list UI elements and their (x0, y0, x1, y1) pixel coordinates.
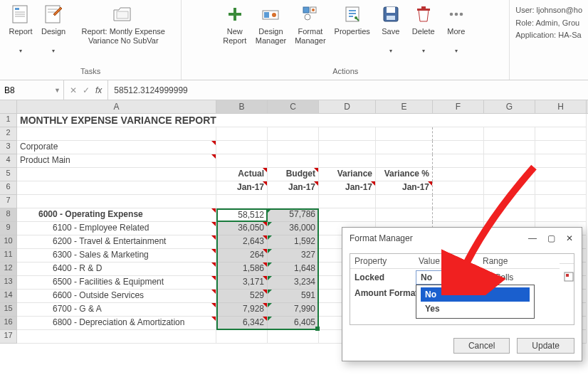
actual-cell[interactable]: 264 (216, 249, 268, 263)
actual-cell[interactable]: 2,643 (216, 235, 268, 249)
account-cell[interactable]: 6300 - Sales & Marketing (17, 249, 216, 263)
check-icon[interactable]: ✓ (83, 85, 90, 95)
budget-cell[interactable]: 1,592 (268, 235, 319, 249)
close-button[interactable]: ✕ (565, 233, 574, 243)
comment-indicator (263, 208, 267, 213)
actual-cell[interactable]: 36,050 (216, 222, 268, 235)
design-manager-button[interactable]: Design Manager (251, 0, 290, 47)
account-cell[interactable]: 6600 - Outside Services (17, 290, 216, 303)
name-box[interactable]: ▼ (0, 80, 64, 100)
row-header[interactable]: 12 (0, 263, 17, 276)
fx-box: ✕ ✓ fx (64, 80, 108, 100)
row-header[interactable]: 3 (0, 141, 17, 154)
row-header[interactable]: 5 (0, 168, 17, 181)
report-button[interactable]: Report ▾ (4, 0, 37, 55)
cancel-button[interactable]: Cancel (453, 338, 510, 354)
comment-indicator (314, 168, 318, 172)
format-manager-dialog: Format Manager — ▢ ✕ Property Value Rang… (342, 227, 582, 361)
col-header[interactable]: F (433, 100, 484, 113)
row-header[interactable]: 15 (0, 303, 17, 317)
hdr-variance[interactable]: Variance (319, 168, 376, 181)
account-cell[interactable]: 6800 - Depreciation & Amortization (17, 317, 216, 330)
row-header[interactable]: 13 (0, 276, 17, 290)
report-monthly-button[interactable]: Report: Montly Expense Variance No SubVa… (70, 0, 177, 47)
select-all-corner[interactable] (0, 100, 17, 113)
row-header[interactable]: 10 (0, 235, 17, 249)
budget-cell[interactable]: 6,405 (268, 317, 319, 330)
budget-cell[interactable]: 3,234 (268, 276, 319, 290)
format-manager-button[interactable]: Format Manager (290, 0, 330, 47)
budget-cell[interactable]: 7,990 (268, 303, 319, 317)
actual-cell[interactable]: 529 (216, 290, 268, 303)
row-header[interactable]: 6 (0, 181, 17, 195)
cell[interactable] (17, 127, 216, 141)
hdr-budget[interactable]: Budget (268, 168, 319, 181)
actual-cell[interactable]: 58,512 (216, 208, 268, 222)
col-header[interactable]: G (484, 100, 535, 113)
cancel-icon[interactable]: ✕ (70, 85, 77, 95)
row-header[interactable]: 2 (0, 127, 17, 141)
range-picker-icon[interactable] (560, 270, 574, 286)
row-header[interactable]: 4 (0, 154, 17, 168)
row-header[interactable]: 8 (0, 208, 17, 222)
option-yes[interactable]: Yes (421, 302, 530, 316)
account-cell[interactable]: 6700 - G & A (17, 303, 216, 317)
row-header[interactable]: 17 (0, 330, 17, 344)
col-header[interactable]: A (17, 100, 216, 113)
row-header[interactable]: 14 (0, 290, 17, 303)
report-title[interactable]: MONTHLY EXPENSE VARIANCE REPORT (17, 114, 587, 127)
row-header[interactable]: 9 (0, 222, 17, 235)
formula-value[interactable]: 58512.3124999999 (108, 80, 588, 100)
name-box-input[interactable] (3, 85, 46, 96)
locked-value-select[interactable]: No ▾ No Yes (416, 270, 477, 285)
maximize-button[interactable]: ▢ (546, 233, 556, 243)
update-button[interactable]: Update (517, 338, 574, 354)
account-cell[interactable]: 6400 - R & D (17, 263, 216, 276)
budget-cell[interactable]: 36,000 (268, 222, 319, 235)
actual-cell[interactable]: 7,928 (216, 303, 268, 317)
chevron-down-icon[interactable]: ▼ (54, 87, 61, 94)
actual-cell[interactable]: 1,586 (216, 263, 268, 276)
col-header[interactable]: H (535, 100, 587, 113)
month-e[interactable]: Jan-17 (376, 181, 433, 195)
minimize-button[interactable]: — (527, 233, 537, 243)
budget-cell[interactable]: 57,786 (268, 208, 319, 222)
account-cell[interactable]: 6100 - Employee Related (17, 222, 216, 235)
save-button[interactable]: Save ▾ (374, 0, 407, 55)
col-header[interactable]: B (216, 100, 268, 113)
comment-indicator (211, 303, 216, 307)
budget-cell[interactable]: 591 (268, 290, 319, 303)
row-header[interactable]: 7 (0, 195, 17, 208)
row-header[interactable]: 1 (0, 114, 17, 127)
month-d[interactable]: Jan-17 (319, 181, 376, 195)
chevron-down-icon: ▾ (52, 48, 55, 55)
col-header[interactable]: C (268, 100, 319, 113)
row-header[interactable]: 11 (0, 249, 17, 263)
corporate-cell[interactable]: Corporate (17, 141, 216, 154)
hdr-actual[interactable]: Actual (216, 168, 268, 181)
design-button[interactable]: Design ▾ (37, 0, 70, 55)
properties-button[interactable]: Properties (330, 0, 374, 47)
product-main-cell[interactable]: Product Main (17, 154, 216, 168)
month-b[interactable]: Jan-17 (216, 181, 268, 195)
account-cell[interactable]: 6200 - Travel & Entertainment (17, 235, 216, 249)
budget-cell[interactable]: 1,648 (268, 263, 319, 276)
month-c[interactable]: Jan-17 (268, 181, 319, 195)
option-no[interactable]: No (421, 287, 530, 302)
new-report-button[interactable]: New Report (219, 0, 251, 47)
col-header[interactable]: D (319, 100, 376, 113)
row-header[interactable]: 16 (0, 317, 17, 330)
account-cell[interactable]: 6000 - Operating Expense (17, 208, 216, 222)
account-cell[interactable]: 6500 - Facilities & Equipment (17, 276, 216, 290)
hdr-variance-pct[interactable]: Variance % (376, 168, 433, 181)
svg-point-25 (459, 13, 463, 16)
svg-rect-5 (46, 6, 60, 23)
budget-cell[interactable]: 327 (268, 249, 319, 263)
more-button[interactable]: More ▾ (440, 0, 473, 55)
info-block: User: ljohnson@ho Role: Admin, Grou Appl… (510, 0, 588, 80)
actual-cell[interactable]: 3,171 (216, 276, 268, 290)
col-header[interactable]: E (376, 100, 433, 113)
fx-icon[interactable]: fx (95, 85, 102, 95)
actual-cell[interactable]: 6,342 (216, 317, 268, 330)
delete-button[interactable]: Delete ▾ (407, 0, 440, 55)
